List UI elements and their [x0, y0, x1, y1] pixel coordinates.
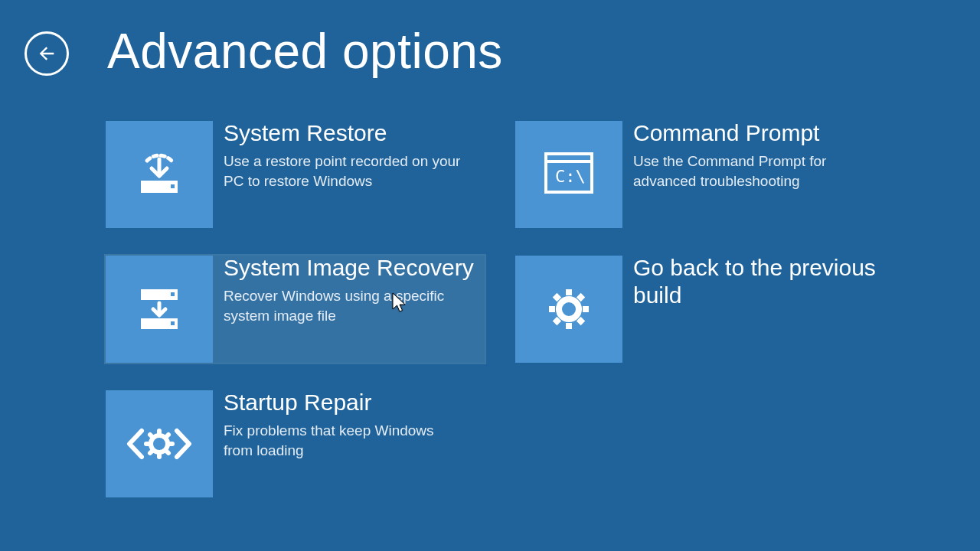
tile-startup-repair[interactable]: Startup Repair Fix problems that keep Wi…: [106, 390, 485, 497]
tile-title: System Restore: [224, 119, 485, 147]
tile-text: Command Prompt Use the Command Prompt fo…: [622, 121, 894, 191]
svg-rect-3: [171, 292, 175, 296]
tile-go-back-previous-build[interactable]: Go back to the previous build: [515, 256, 894, 363]
svg-line-11: [150, 435, 153, 438]
tile-system-image-recovery[interactable]: System Image Recovery Recover Windows us…: [106, 256, 485, 363]
tile-command-prompt[interactable]: C:\ Command Prompt Use the Command Promp…: [515, 121, 894, 228]
svg-line-23: [555, 295, 560, 300]
svg-line-13: [150, 451, 153, 454]
svg-rect-1: [171, 184, 175, 188]
page-header: Advanced options: [24, 23, 503, 80]
svg-line-14: [166, 451, 169, 454]
svg-rect-5: [171, 321, 175, 325]
svg-line-25: [555, 319, 560, 324]
svg-point-18: [559, 299, 579, 319]
tile-title: Command Prompt: [633, 119, 894, 147]
svg-line-26: [579, 319, 583, 324]
tile-title: Go back to the previous build: [633, 254, 894, 309]
svg-line-12: [166, 435, 169, 438]
tile-text: Startup Repair Fix problems that keep Wi…: [213, 390, 485, 460]
tile-text: Go back to the previous build: [622, 256, 894, 314]
tile-text: System Restore Use a restore point recor…: [213, 121, 485, 191]
tile-desc: Recover Windows using a specific system …: [224, 286, 461, 325]
system-image-recovery-icon: [106, 256, 213, 363]
startup-repair-icon: [106, 390, 213, 497]
tile-desc: Fix problems that keep Windows from load…: [224, 421, 461, 460]
tile-desc: Use the Command Prompt for advanced trou…: [633, 152, 871, 191]
svg-line-24: [579, 295, 583, 300]
gear-icon: [515, 256, 622, 363]
tile-title: Startup Repair: [224, 389, 485, 416]
back-button[interactable]: [24, 31, 69, 76]
options-grid: System Restore Use a restore point recor…: [106, 121, 894, 497]
tile-system-restore[interactable]: System Restore Use a restore point recor…: [106, 121, 485, 228]
svg-text:C:\: C:\: [555, 167, 586, 186]
page-title: Advanced options: [107, 23, 503, 80]
system-restore-icon: [106, 121, 213, 228]
command-prompt-icon: C:\: [515, 121, 622, 228]
arrow-left-icon: [36, 43, 57, 64]
tile-text: System Image Recovery Recover Windows us…: [213, 256, 485, 325]
tile-desc: Use a restore point recorded on your PC …: [224, 152, 461, 191]
tile-title: System Image Recovery: [224, 254, 485, 282]
